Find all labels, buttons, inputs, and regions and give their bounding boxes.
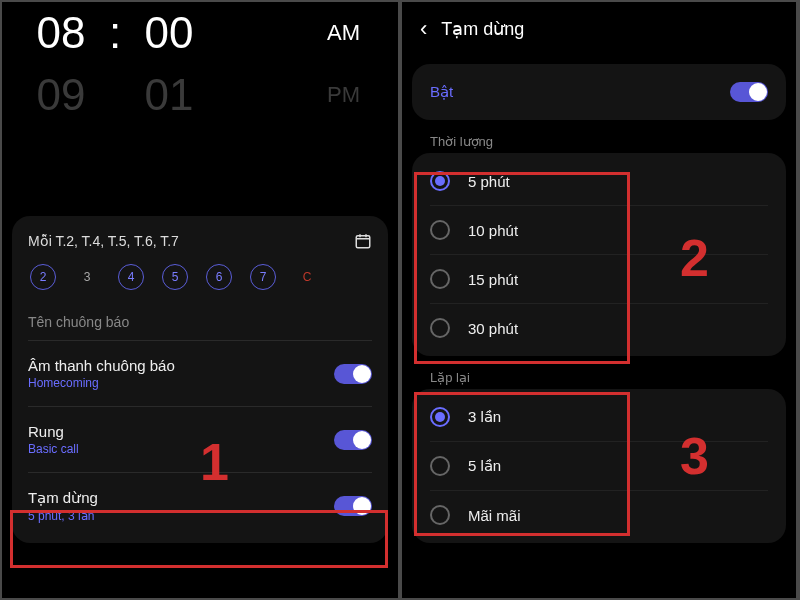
svg-rect-0: [356, 236, 370, 248]
option-label: 5 phút: [468, 173, 768, 190]
pm-label[interactable]: PM: [327, 82, 360, 108]
divider: [28, 340, 372, 341]
back-icon[interactable]: ‹: [420, 16, 427, 42]
snooze-row[interactable]: Tạm dừng 5 phút, 3 lần: [28, 479, 372, 533]
repeat-option-3[interactable]: 3 lần: [430, 393, 768, 441]
time-picker[interactable]: 08 : 00 AM 09 : 01 PM: [2, 2, 398, 126]
enable-toggle[interactable]: [730, 82, 768, 102]
day-selector: 2 3 4 5 6 7 C: [28, 264, 372, 290]
day-2[interactable]: 2: [30, 264, 56, 290]
duration-group-label: Thời lượng: [430, 134, 796, 149]
hour-selected[interactable]: 08: [22, 8, 100, 58]
vibration-sub: Basic call: [28, 442, 334, 456]
day-6[interactable]: 6: [206, 264, 232, 290]
option-label: 15 phút: [468, 271, 768, 288]
duration-card: 5 phút 10 phút 15 phút 30 phút: [412, 153, 786, 356]
page-title: Tạm dừng: [441, 18, 524, 40]
duration-option-5[interactable]: 5 phút: [430, 157, 768, 205]
day-sun[interactable]: C: [294, 264, 320, 290]
enable-label: Bật: [430, 83, 730, 101]
day-3[interactable]: 3: [74, 264, 100, 290]
radio-icon: [430, 269, 450, 289]
repeat-option-5[interactable]: 5 lần: [430, 441, 768, 490]
vibration-title: Rung: [28, 423, 334, 440]
radio-icon: [430, 318, 450, 338]
snooze-settings-screen: ‹ Tạm dừng Bật Thời lượng 5 phút 10 phút…: [402, 2, 796, 598]
radio-icon: [430, 407, 450, 427]
option-label: 5 lần: [468, 457, 768, 475]
minute-next[interactable]: 01: [130, 70, 208, 120]
alarm-sound-row[interactable]: Âm thanh chuông báo Homecoming: [28, 347, 372, 400]
option-label: Mãi mãi: [468, 507, 768, 524]
option-label: 3 lần: [468, 408, 768, 426]
alarm-sound-toggle[interactable]: [334, 364, 372, 384]
am-label[interactable]: AM: [327, 20, 360, 46]
duration-option-15[interactable]: 15 phút: [430, 254, 768, 303]
alarm-sound-title: Âm thanh chuông báo: [28, 357, 334, 374]
divider: [28, 406, 372, 407]
alarm-sound-sub: Homecoming: [28, 376, 334, 390]
radio-icon: [430, 456, 450, 476]
alarm-edit-screen: 08 : 00 AM 09 : 01 PM Mỗi T.2, T.4, T.5,…: [2, 2, 398, 598]
radio-icon: [430, 171, 450, 191]
duration-option-10[interactable]: 10 phút: [430, 205, 768, 254]
minute-selected[interactable]: 00: [130, 8, 208, 58]
day-7[interactable]: 7: [250, 264, 276, 290]
enable-card: Bật: [412, 64, 786, 120]
day-4[interactable]: 4: [118, 264, 144, 290]
repeat-option-forever[interactable]: Mãi mãi: [430, 490, 768, 539]
repeat-summary: Mỗi T.2, T.4, T.5, T.6, T.7: [28, 233, 179, 249]
hour-next[interactable]: 09: [22, 70, 100, 120]
day-5[interactable]: 5: [162, 264, 188, 290]
alarm-settings-card: Mỗi T.2, T.4, T.5, T.6, T.7 2 3 4 5 6 7 …: [12, 216, 388, 543]
snooze-title: Tạm dừng: [28, 489, 334, 507]
header: ‹ Tạm dừng: [402, 2, 796, 60]
enable-row[interactable]: Bật: [430, 68, 768, 116]
repeat-card: 3 lần 5 lần Mãi mãi: [412, 389, 786, 543]
radio-icon: [430, 505, 450, 525]
radio-icon: [430, 220, 450, 240]
vibration-row[interactable]: Rung Basic call: [28, 413, 372, 466]
vibration-toggle[interactable]: [334, 430, 372, 450]
alarm-name-label[interactable]: Tên chuông báo: [28, 314, 372, 330]
option-label: 10 phút: [468, 222, 768, 239]
calendar-icon[interactable]: [354, 232, 372, 250]
repeat-group-label: Lặp lại: [430, 370, 796, 385]
time-colon: :: [100, 8, 130, 58]
divider: [28, 472, 372, 473]
snooze-sub: 5 phút, 3 lần: [28, 509, 334, 523]
duration-option-30[interactable]: 30 phút: [430, 303, 768, 352]
option-label: 30 phút: [468, 320, 768, 337]
snooze-toggle[interactable]: [334, 496, 372, 516]
